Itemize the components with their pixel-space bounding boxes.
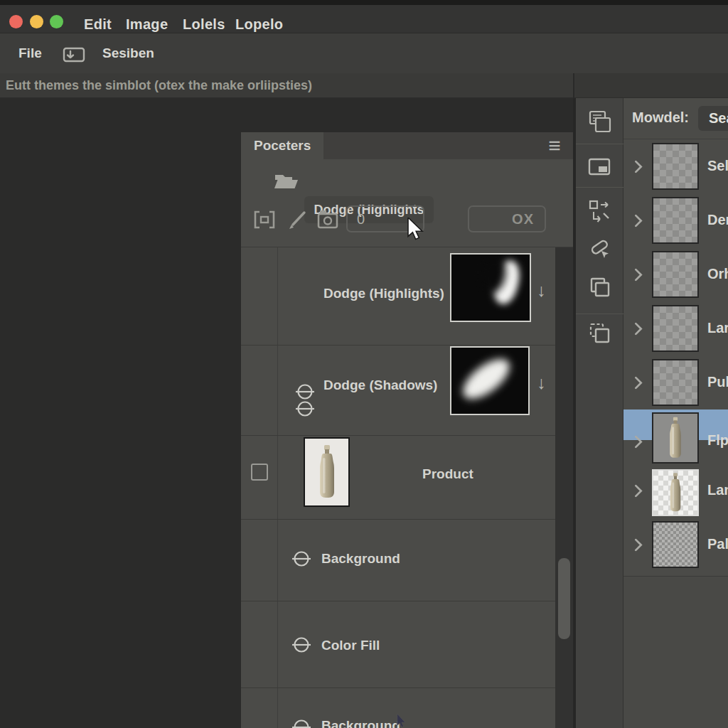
tool-dock <box>576 98 623 728</box>
layer-row-product[interactable] <box>241 436 573 520</box>
menu-image[interactable]: Image <box>126 16 168 33</box>
camera-sample-icon[interactable] <box>315 207 341 232</box>
tab-poceters[interactable]: Poceters <box>241 132 323 159</box>
blend-mode-icon <box>291 634 312 655</box>
model-panel: Mowdel: Sea Sel Der Orh <box>623 98 728 728</box>
chevron-right-icon[interactable] <box>633 376 643 390</box>
asset-row-der[interactable]: Der <box>623 193 728 247</box>
window-top-edge <box>0 0 728 5</box>
layers-content-icon[interactable] <box>587 109 613 135</box>
asset-label: Der <box>707 212 728 228</box>
menu-lopelo[interactable]: Lopelo <box>235 16 283 33</box>
copy-layers-icon[interactable] <box>587 274 613 301</box>
status-bar: Eutt themes the simblot (otex the make o… <box>0 73 573 98</box>
asset-row-flp-selected[interactable]: Flp <box>623 410 728 464</box>
scrollbar-track[interactable] <box>555 247 573 728</box>
ok-button[interactable]: OX <box>468 205 546 232</box>
model-label: Mowdel: <box>632 109 689 126</box>
options-toolbar: File Sesiben Ceotunoo Sesiped <box>0 33 728 73</box>
chevron-right-icon[interactable] <box>633 538 643 552</box>
asset-thumbnail[interactable] <box>652 143 699 190</box>
duplicate-frame-icon[interactable] <box>587 320 613 346</box>
asset-row-pul[interactable]: Pul <box>623 355 728 410</box>
asset-label: Lar <box>707 320 728 336</box>
dock-divider <box>576 144 623 144</box>
menubar: Edit Image Lolels Lopelo <box>0 5 728 33</box>
chevron-right-icon[interactable] <box>633 484 643 498</box>
chevron-right-icon[interactable] <box>633 214 643 228</box>
panel-menu-icon[interactable]: ≡ <box>542 133 567 159</box>
blend-mode-icon <box>291 717 312 728</box>
asset-thumbnail[interactable] <box>652 305 699 352</box>
transform-steps-icon[interactable] <box>587 198 613 224</box>
layer-label: Product <box>422 466 473 482</box>
clone-stamp-icon[interactable] <box>252 207 277 232</box>
layer-thumbnail[interactable] <box>304 437 350 507</box>
eraser-pointer-icon[interactable] <box>587 235 613 262</box>
asset-label: Sel <box>707 158 728 174</box>
model-select-value: Sea <box>709 110 728 127</box>
close-window-button[interactable] <box>9 15 23 28</box>
export-icon[interactable] <box>61 44 87 64</box>
asset-label: Pul <box>707 374 728 390</box>
chevron-right-icon[interactable] <box>633 160 643 173</box>
layer-thumbnail[interactable] <box>450 346 530 415</box>
status-message: Eutt themes the simblot (otex the make o… <box>6 78 312 93</box>
arrow-down-icon[interactable]: ↓ <box>537 373 546 393</box>
asset-label: Pal <box>707 536 728 552</box>
layer-row-background[interactable] <box>241 520 573 601</box>
asset-thumbnail[interactable] <box>652 197 699 244</box>
menu-edit[interactable]: Edit <box>84 16 112 33</box>
panel-tab-bar: Poceters ≡ <box>241 132 573 159</box>
folder-icon[interactable] <box>273 171 300 191</box>
asset-row-orh[interactable]: Orh <box>623 247 728 301</box>
asset-label: Flp <box>707 432 728 449</box>
chevron-right-icon[interactable] <box>633 435 643 449</box>
layer-label: Background <box>321 551 400 567</box>
app-window: Edit Image Lolels Lopelo File Sesiben Ce… <box>0 0 728 728</box>
file-menu[interactable]: File <box>18 46 42 61</box>
brush-stroke <box>456 352 516 406</box>
group-header-row: Dodge (Highlights <box>241 159 573 200</box>
brush-icon[interactable] <box>285 207 311 232</box>
dock-divider <box>576 187 623 188</box>
bottle-image <box>311 441 343 503</box>
layer-thumbnail[interactable] <box>450 253 531 322</box>
asset-thumbnail[interactable] <box>652 359 699 406</box>
adjustment-panel-icon[interactable] <box>587 154 613 180</box>
asset-thumbnail[interactable] <box>652 251 699 298</box>
layer-row-color-fill[interactable] <box>241 601 573 688</box>
chevron-right-icon[interactable] <box>633 322 643 336</box>
value-input-text: 0 <box>357 211 365 228</box>
mouse-cursor <box>407 218 425 240</box>
zoom-window-button[interactable] <box>50 15 63 28</box>
asset-thumbnail[interactable] <box>652 469 699 516</box>
bottle-image <box>664 471 687 515</box>
model-select[interactable]: Sea <box>698 106 728 131</box>
layer-label: Dodge (Shadows) <box>323 378 437 393</box>
asset-row-pal[interactable]: Pal <box>623 518 728 572</box>
minimize-window-button[interactable] <box>30 15 43 28</box>
layer-label: Dodge (Highlights) <box>323 286 444 301</box>
text-cursor-icon <box>396 714 407 728</box>
layer-checkbox[interactable] <box>251 464 268 481</box>
menu-lolels[interactable]: Lolels <box>183 16 225 33</box>
arrow-down-icon[interactable]: ↓ <box>537 280 546 301</box>
asset-row-lan[interactable]: Lan <box>623 464 728 518</box>
blend-mode-icon <box>294 381 316 402</box>
asset-thumbnail[interactable] <box>652 521 699 568</box>
asset-label: Orh <box>707 266 728 282</box>
asset-thumbnail[interactable] <box>652 412 699 464</box>
sesiben-dropdown-label[interactable]: Sesiben <box>102 46 154 61</box>
bottle-image <box>663 414 687 461</box>
chevron-right-icon[interactable] <box>633 268 643 282</box>
model-header: Mowdel: Sea <box>623 98 728 139</box>
scrollbar-thumb[interactable] <box>558 558 570 639</box>
asset-row-lar[interactable]: Lar <box>623 301 728 355</box>
dock-divider <box>576 314 623 314</box>
asset-row-sel[interactable]: Sel <box>623 139 728 193</box>
asset-label: Lan <box>707 482 728 498</box>
layer-label: Background <box>321 718 400 728</box>
panel-empty-area <box>623 577 728 728</box>
blend-mode-icon <box>291 548 312 569</box>
